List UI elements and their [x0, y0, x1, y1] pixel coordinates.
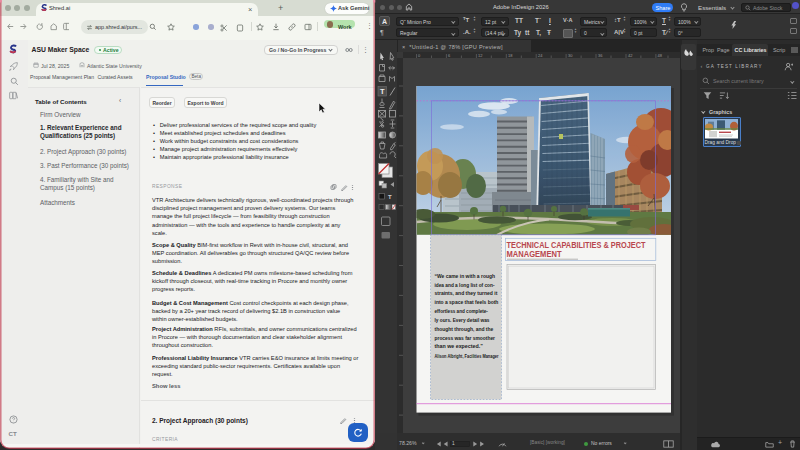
svg-text:idea and a long list of con-: idea and a long list of con-: [435, 281, 495, 288]
svg-text:straints, and they turned it: straints, and they turned it: [435, 289, 498, 296]
svg-text:12: 12: [478, 53, 483, 58]
svg-text:36: 36: [598, 53, 603, 58]
svg-text:process was far smoother: process was far smoother: [435, 334, 496, 341]
svg-text:30: 30: [568, 53, 573, 58]
svg-text:MANAGEMENT: MANAGEMENT: [507, 249, 563, 259]
svg-text:24: 24: [538, 53, 543, 58]
svg-text:“We came in with a rough: “We came in with a rough: [435, 272, 496, 279]
svg-text:than we expected.”: than we expected.”: [435, 342, 483, 349]
svg-text:effortless and complete-: effortless and complete-: [435, 307, 488, 314]
svg-text:T: T: [380, 87, 385, 96]
svg-text:48: 48: [658, 53, 663, 58]
svg-text:Alison Albright, Facilities Ma: Alison Albright, Facilities Manager: [435, 354, 499, 359]
svg-text:42: 42: [628, 53, 633, 58]
svg-text:thought through, and the: thought through, and the: [435, 325, 494, 332]
svg-text:18: 18: [508, 53, 513, 58]
svg-text:T: T: [388, 194, 392, 200]
svg-text:into a space that feels both: into a space that feels both: [435, 298, 499, 305]
svg-text:ly ours. Every detail was: ly ours. Every detail was: [435, 316, 490, 323]
